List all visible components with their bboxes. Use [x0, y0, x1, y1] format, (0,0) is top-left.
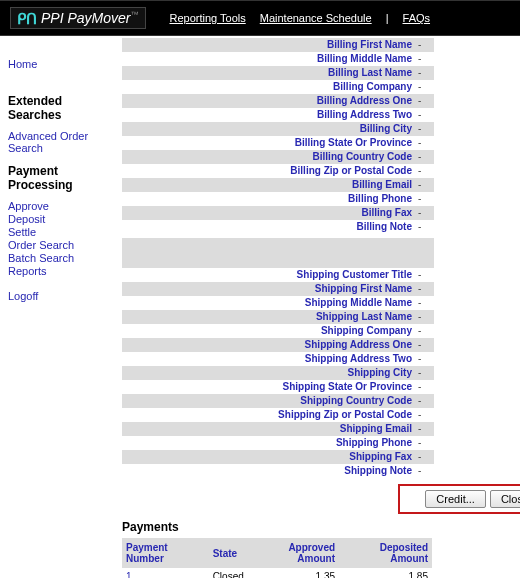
payments-title: Payments — [122, 520, 434, 534]
field-value: - — [414, 38, 434, 52]
col-payment-number: Payment Number — [122, 538, 209, 568]
payments-header-row: Payment Number State Approved Amount Dep… — [122, 538, 432, 568]
field-label: Shipping Company — [122, 324, 414, 338]
field-row: Shipping Zip or Postal Code- — [122, 408, 434, 422]
field-value: - — [414, 380, 434, 394]
cell-approved: 1.35 — [248, 568, 339, 578]
cell-payment-number[interactable]: 1 — [122, 568, 209, 578]
field-value: - — [414, 150, 434, 164]
billing-block: Billing First Name-Billing Middle Name-B… — [122, 38, 434, 234]
field-label: Billing City — [122, 122, 414, 136]
col-state: State — [209, 538, 248, 568]
field-row: Billing Zip or Postal Code- — [122, 164, 434, 178]
field-value: - — [414, 108, 434, 122]
field-row: Billing Fax- — [122, 206, 434, 220]
field-row: Shipping First Name- — [122, 282, 434, 296]
sidebar-settle[interactable]: Settle — [8, 226, 116, 238]
field-value: - — [414, 464, 434, 478]
field-row: Shipping Company- — [122, 324, 434, 338]
field-row: Billing Country Code- — [122, 150, 434, 164]
field-row: Billing First Name- — [122, 38, 434, 52]
field-row: Shipping Fax- — [122, 450, 434, 464]
field-value: - — [414, 338, 434, 352]
col-deposited-amount: Deposited Amount — [339, 538, 432, 568]
field-label: Shipping Middle Name — [122, 296, 414, 310]
field-value: - — [414, 268, 434, 282]
col-approved-amount: Approved Amount — [248, 538, 339, 568]
nav-maintenance-schedule[interactable]: Maintenance Schedule — [260, 12, 372, 24]
top-bar: ᑭᑎ PPI PayMover™ Reporting Tools Mainten… — [0, 0, 520, 36]
logo: ᑭᑎ PPI PayMover™ — [10, 7, 146, 29]
sidebar-order-search[interactable]: Order Search — [8, 239, 116, 251]
sidebar-advanced-order-search[interactable]: Advanced Order Search — [8, 130, 116, 154]
field-value: - — [414, 450, 434, 464]
field-row: Shipping State Or Province- — [122, 380, 434, 394]
sidebar-approve[interactable]: Approve — [8, 200, 116, 212]
field-label: Billing Address Two — [122, 108, 414, 122]
field-label: Shipping Last Name — [122, 310, 414, 324]
field-row: Shipping Country Code- — [122, 394, 434, 408]
field-value: - — [414, 296, 434, 310]
field-label: Shipping Fax — [122, 450, 414, 464]
field-label: Shipping Country Code — [122, 394, 414, 408]
credit-button[interactable]: Credit... — [425, 490, 486, 508]
section-gap — [122, 238, 434, 268]
field-label: Billing Middle Name — [122, 52, 414, 66]
field-value: - — [414, 192, 434, 206]
sidebar-deposit[interactable]: Deposit — [8, 213, 116, 225]
sidebar-batch-search[interactable]: Batch Search — [8, 252, 116, 264]
payments-table: Payment Number State Approved Amount Dep… — [122, 538, 432, 578]
cell-state: Closed — [209, 568, 248, 578]
field-row: Shipping Phone- — [122, 436, 434, 450]
sidebar-heading-extended: Extended Searches — [8, 94, 116, 122]
field-row: Shipping Customer Title- — [122, 268, 434, 282]
field-row: Shipping City- — [122, 366, 434, 380]
logo-text: PPI PayMover™ — [41, 10, 139, 26]
field-value: - — [414, 422, 434, 436]
sidebar: Home Extended Searches Advanced Order Se… — [0, 36, 122, 578]
field-label: Billing Company — [122, 80, 414, 94]
field-label: Shipping City — [122, 366, 414, 380]
field-label: Billing Address One — [122, 94, 414, 108]
field-label: Billing Phone — [122, 192, 414, 206]
field-value: - — [414, 94, 434, 108]
sidebar-reports[interactable]: Reports — [8, 265, 116, 277]
field-value: - — [414, 220, 434, 234]
field-value: - — [414, 436, 434, 450]
field-value: - — [414, 178, 434, 192]
field-value: - — [414, 206, 434, 220]
field-row: Shipping Middle Name- — [122, 296, 434, 310]
field-value: - — [414, 324, 434, 338]
table-row: 1Closed1.351.85 — [122, 568, 432, 578]
field-label: Shipping Address Two — [122, 352, 414, 366]
field-label: Billing Note — [122, 220, 414, 234]
nav-faqs[interactable]: FAQs — [403, 12, 431, 24]
nav-reporting-tools[interactable]: Reporting Tools — [170, 12, 246, 24]
field-row: Shipping Email- — [122, 422, 434, 436]
field-label: Billing Fax — [122, 206, 414, 220]
field-label: Shipping First Name — [122, 282, 414, 296]
main-panel: Billing First Name-Billing Middle Name-B… — [122, 36, 434, 578]
field-row: Billing Address One- — [122, 94, 434, 108]
field-label: Shipping State Or Province — [122, 380, 414, 394]
nav-divider: | — [386, 12, 389, 24]
top-nav: Reporting Tools Maintenance Schedule | F… — [170, 12, 431, 24]
field-label: Billing Zip or Postal Code — [122, 164, 414, 178]
field-label: Shipping Address One — [122, 338, 414, 352]
field-value: - — [414, 366, 434, 380]
field-label: Shipping Note — [122, 464, 414, 478]
field-row: Billing Phone- — [122, 192, 434, 206]
field-row: Billing Note- — [122, 220, 434, 234]
field-label: Billing Email — [122, 178, 414, 192]
field-value: - — [414, 282, 434, 296]
sidebar-home[interactable]: Home — [8, 58, 116, 70]
field-row: Billing Address Two- — [122, 108, 434, 122]
close-button[interactable]: Close — [490, 490, 520, 508]
field-label: Billing Country Code — [122, 150, 414, 164]
field-row: Shipping Note- — [122, 464, 434, 478]
field-label: Shipping Phone — [122, 436, 414, 450]
logo-icon: ᑭᑎ — [17, 11, 37, 26]
sidebar-logoff[interactable]: Logoff — [8, 290, 116, 302]
field-value: - — [414, 52, 434, 66]
sidebar-group-extended: Advanced Order Search — [8, 130, 116, 154]
